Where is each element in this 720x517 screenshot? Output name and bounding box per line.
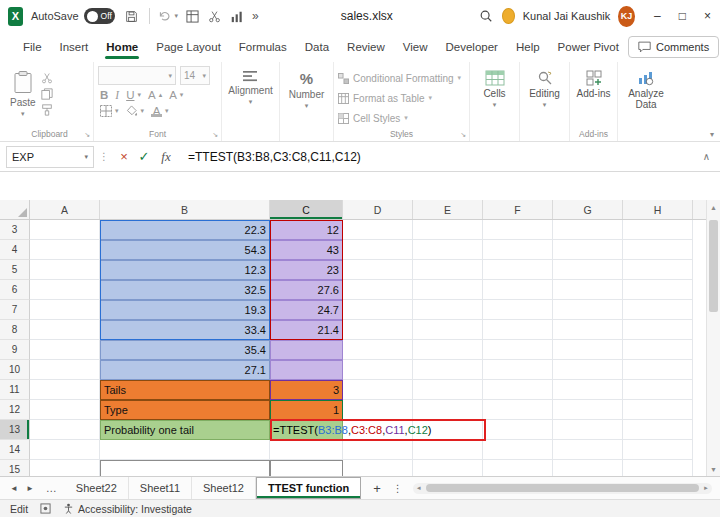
cell-D4[interactable] [343,240,413,260]
cut-button[interactable] [41,72,53,84]
table-icon[interactable] [186,10,199,23]
column-header-A[interactable]: A [30,200,100,219]
scroll-left-icon[interactable]: ◄ [416,485,422,491]
cell-A5[interactable] [30,260,100,280]
cell-B9[interactable]: 35.4 [100,340,270,360]
tab-help[interactable]: Help [507,32,549,62]
cell-B8[interactable]: 33.4 [100,320,270,340]
cell-H13[interactable] [623,420,693,440]
font-dialog-launcher-icon[interactable]: ↘ [212,131,218,139]
cell-G4[interactable] [553,240,623,260]
scroll-up-icon[interactable]: ▲ [707,200,720,214]
undo-dropdown-icon[interactable]: ▾ [175,12,179,20]
cell-A9[interactable] [30,340,100,360]
cell-E3[interactable] [413,220,483,240]
cell-H15[interactable] [623,460,693,476]
formula-bar-collapse-icon[interactable]: ∧ [703,151,714,162]
formula-input[interactable]: =TTEST(B3:B8,C3:C8,C11,C12) [188,150,361,164]
bold-button[interactable]: B [100,89,108,101]
sheet-list-ellipsis[interactable]: … [46,482,57,494]
cell-styles-button[interactable]: Cell Styles ▾ [338,108,465,128]
name-box[interactable]: EXP ▾ [6,146,94,168]
row-header-14[interactable]: 14 [0,440,30,460]
row-header-15[interactable]: 15 [0,460,30,476]
cell-G11[interactable] [553,380,623,400]
sheet-tab-sheet22[interactable]: Sheet22 [65,477,129,499]
tab-home[interactable]: Home [97,32,147,62]
cell-C10[interactable] [270,360,343,380]
macro-record-button[interactable] [40,503,51,514]
more-commands-icon[interactable]: » [252,9,259,23]
cut-icon[interactable] [208,10,221,23]
cell-D7[interactable] [343,300,413,320]
select-all-corner[interactable] [0,200,30,219]
cell-A6[interactable] [30,280,100,300]
italic-button[interactable]: I [115,89,119,101]
alignment-button[interactable]: Alignment ▾ [226,66,275,106]
editing-button[interactable]: Editing ▾ [524,66,565,109]
tab-formulas[interactable]: Formulas [230,32,296,62]
cell-H4[interactable] [623,240,693,260]
cell-F8[interactable] [483,320,553,340]
copy-button[interactable] [41,88,53,100]
scroll-down-icon[interactable]: ▼ [707,462,720,476]
sheet-tab-sheet12[interactable]: Sheet12 [192,477,256,499]
cell-F3[interactable] [483,220,553,240]
tab-review[interactable]: Review [338,32,394,62]
excel-app-icon[interactable]: X [8,7,23,26]
cell-C12[interactable]: 1 [270,400,343,420]
row-header-7[interactable]: 7 [0,300,30,320]
cell-G13[interactable] [553,420,623,440]
column-header-B[interactable]: B [100,200,270,219]
row-header-6[interactable]: 6 [0,280,30,300]
cell-F10[interactable] [483,360,553,380]
row-header-11[interactable]: 11 [0,380,30,400]
cell-F9[interactable] [483,340,553,360]
column-header-E[interactable]: E [413,200,483,219]
cell-G3[interactable] [553,220,623,240]
row-header-4[interactable]: 4 [0,240,30,260]
row-header-9[interactable]: 9 [0,340,30,360]
insert-function-icon[interactable]: fx [154,149,178,165]
cell-D6[interactable] [343,280,413,300]
cell-F7[interactable] [483,300,553,320]
tab-developer[interactable]: Developer [437,32,507,62]
tab-file[interactable]: File [14,32,51,62]
sheet-tab-ttest-function[interactable]: TTEST function [256,477,361,499]
cell-G12[interactable] [553,400,623,420]
cell-C7[interactable]: 24.7 [270,300,343,320]
cell-H14[interactable] [623,440,693,460]
cell-D8[interactable] [343,320,413,340]
row-header-10[interactable]: 10 [0,360,30,380]
cell-H6[interactable] [623,280,693,300]
cell-B3[interactable]: 22.3 [100,220,270,240]
cell-A3[interactable] [30,220,100,240]
cell-A10[interactable] [30,360,100,380]
cell-B7[interactable]: 19.3 [100,300,270,320]
cell-A11[interactable] [30,380,100,400]
row-header-3[interactable]: 3 [0,220,30,240]
borders-button[interactable] [100,105,112,117]
cell-A7[interactable] [30,300,100,320]
cell-E11[interactable] [413,380,483,400]
close-button[interactable]: × [695,0,720,32]
cell-E5[interactable] [413,260,483,280]
cell-E6[interactable] [413,280,483,300]
row-header-13[interactable]: 13 [0,420,30,440]
undo-icon[interactable] [158,10,171,22]
cell-G6[interactable] [553,280,623,300]
cell-H10[interactable] [623,360,693,380]
column-header-D[interactable]: D [343,200,413,219]
cells-button[interactable]: Cells ▾ [474,66,515,109]
cell-C9[interactable] [270,340,343,360]
cell-D5[interactable] [343,260,413,280]
cell-D11[interactable] [343,380,413,400]
addins-button[interactable]: Add-ins [574,66,613,99]
document-title[interactable]: sales.xlsx [341,9,393,23]
cell-G10[interactable] [553,360,623,380]
save-icon[interactable] [125,10,138,23]
cell-F14[interactable] [483,440,553,460]
cell-A13[interactable] [30,420,100,440]
cell-H5[interactable] [623,260,693,280]
cell-E8[interactable] [413,320,483,340]
